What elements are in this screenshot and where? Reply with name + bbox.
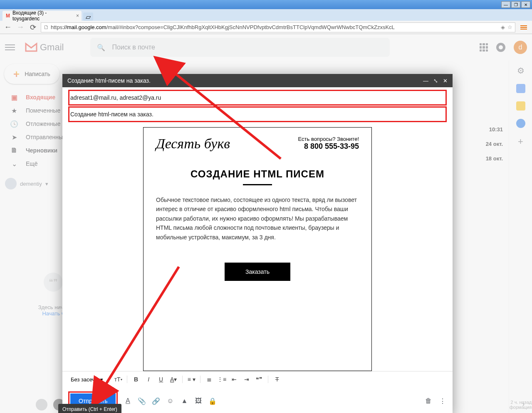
insert-photo-icon[interactable]: 🖼 (194, 397, 203, 405)
to-field[interactable]: adresat1@mail.ru, adresat2@ya.ru (68, 90, 447, 106)
align-button[interactable]: ≡ ▾ (186, 374, 197, 385)
compose-expand-icon[interactable]: ⤡ (433, 78, 438, 84)
back-button[interactable]: ← (3, 23, 12, 32)
compose-titlebar[interactable]: Создание html-писем на заказ. — ⤡ ✕ (62, 74, 453, 87)
unordered-list-button[interactable]: ⋮≡ (216, 374, 227, 385)
font-family-selector[interactable]: Без засеч... ▾ (68, 375, 106, 384)
text-color-button[interactable]: A ▾ (168, 374, 179, 385)
confidential-mode-icon[interactable]: 🔒 (208, 397, 217, 405)
email-heading: СОЗДАНИЕ HTML ПИСЕМ (156, 168, 359, 180)
insert-emoji-icon[interactable]: ☺ (166, 397, 174, 405)
compose-body[interactable]: Десять букв Есть вопросы? Звоните! 8 800… (62, 123, 453, 371)
indent-less-button[interactable]: ⇤ (229, 374, 240, 385)
contact-phone: 8 800 555-33-95 (298, 142, 359, 151)
compose-fields: adresat1@mail.ru, adresat2@ya.ru Создани… (62, 87, 453, 123)
divider (243, 184, 272, 185)
compose-close-icon[interactable]: ✕ (443, 78, 448, 84)
remove-format-button[interactable]: T (272, 374, 282, 385)
window-close-button[interactable]: ✕ (521, 1, 530, 8)
indent-more-button[interactable]: ⇥ (241, 374, 252, 385)
address-bar[interactable]: 🗋 https://mail.google.com/mail/#inbox?co… (41, 22, 515, 32)
compose-dialog: Создание html-писем на заказ. — ⤡ ✕ adre… (62, 74, 453, 413)
lock-icon: 🗋 (44, 24, 49, 30)
formatting-toolbar: Без засеч... ▾ тТ ▾ B I U A ▾ ≡ ▾ ≣ ⋮≡ ⇤… (62, 371, 453, 387)
browser-tab-strip: M Входящие (3) - toysgardenс × ▱ (0, 9, 532, 21)
email-body-text: Обычное текстовое письмо, состоящее из о… (156, 195, 359, 242)
email-preview: Десять букв Есть вопросы? Звоните! 8 800… (143, 127, 372, 371)
browser-tab[interactable]: M Входящие (3) - toysgardenс × (2, 11, 82, 21)
subject-field[interactable]: Создание html-писем на заказ. (68, 106, 447, 122)
bookmark-star-icon[interactable]: ☆ (507, 24, 512, 30)
os-window-titlebar: — ❐ ✕ (0, 0, 532, 9)
gmail-favicon-icon: M (6, 13, 10, 19)
chrome-menu-button[interactable] (519, 24, 529, 31)
italic-button[interactable]: I (143, 374, 154, 385)
attach-file-icon[interactable]: 📎 (138, 397, 146, 405)
formatting-toggle-icon[interactable]: A (124, 397, 132, 405)
window-maximize-button[interactable]: ❐ (511, 1, 520, 8)
forward-button[interactable]: → (16, 23, 25, 32)
chevron-down-icon: ▾ (100, 376, 103, 383)
browser-toolbar: ← → ⟳ 🗋 https://mail.google.com/mail/#in… (0, 21, 532, 34)
reload-button[interactable]: ⟳ (28, 23, 37, 32)
insert-drive-icon[interactable]: ▲ (180, 397, 188, 405)
to-value: adresat1@mail.ru, adresat2@ya.ru (70, 94, 161, 101)
tab-title: Входящие (3) - toysgardenс (12, 10, 70, 22)
bold-button[interactable]: B (131, 374, 141, 385)
order-button[interactable]: Заказать (225, 263, 290, 281)
quote-button[interactable]: ❝❞ (254, 374, 265, 385)
discard-draft-icon[interactable]: 🗑 (424, 397, 433, 405)
tab-close-icon[interactable]: × (76, 13, 79, 19)
gmail-app: Gmail 🔍 Поиск в почте d + Написать ▣ Вхо… (0, 34, 532, 413)
extension-icon[interactable]: ◈ (501, 24, 505, 30)
more-options-icon[interactable]: ⋮ (438, 397, 447, 405)
send-tooltip: Отправить (Ctrl + Enter) (58, 404, 121, 413)
font-size-button[interactable]: тТ ▾ (113, 374, 124, 385)
subject-value: Создание html-писем на заказ. (70, 111, 153, 118)
contact-question: Есть вопросы? Звоните! (298, 136, 359, 142)
ordered-list-button[interactable]: ≣ (204, 374, 215, 385)
insert-link-icon[interactable]: 🔗 (152, 397, 160, 405)
window-minimize-button[interactable]: — (501, 1, 510, 8)
compose-title: Создание html-писем на заказ. (67, 77, 151, 84)
contact-block: Есть вопросы? Звоните! 8 800 555-33-95 (298, 136, 359, 151)
new-tab-button[interactable]: ▱ (83, 12, 93, 21)
url-text: https://mail.google.com/mail/#inbox?comp… (51, 24, 395, 30)
underline-button[interactable]: U (156, 374, 166, 385)
brand-logo: Десять букв (156, 136, 230, 152)
compose-minimize-icon[interactable]: — (423, 78, 428, 84)
